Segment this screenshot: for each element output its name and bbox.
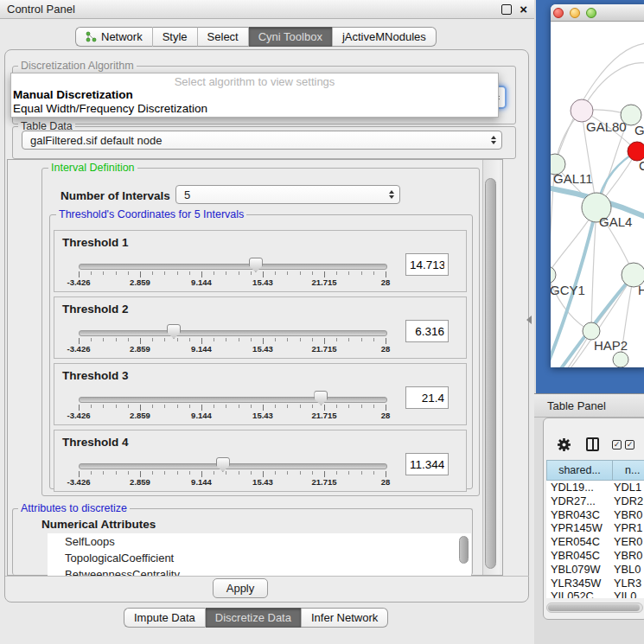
tick-label: 21.715 bbox=[298, 344, 350, 354]
horizontal-scrollbar-thumb[interactable] bbox=[548, 604, 640, 611]
slider-track[interactable] bbox=[79, 397, 387, 403]
table-row[interactable]: YIL052CYIL0 bbox=[546, 590, 644, 598]
combo-stepper-icon[interactable] bbox=[389, 190, 394, 199]
interval-definition-label: Interval Definition bbox=[48, 162, 137, 174]
attribute-list-item[interactable]: BetweennessCentrality bbox=[48, 566, 471, 576]
tick-label: 9.144 bbox=[175, 344, 227, 354]
network-canvas[interactable]: GAL80GCGAL11GAL4GCY1HHAP2 bbox=[551, 22, 644, 367]
table-row[interactable]: YDL19...YDL1 bbox=[546, 481, 644, 494]
tick-label: 15.43 bbox=[237, 411, 289, 420]
tick-label: 2.859 bbox=[114, 277, 166, 287]
close-traffic-light-icon[interactable] bbox=[553, 8, 564, 18]
table-data-value: galFiltered.sif default node bbox=[30, 134, 162, 147]
close-icon[interactable]: × bbox=[520, 5, 527, 14]
tab-label: jActiveMNodules bbox=[342, 30, 426, 43]
tab-style[interactable]: Style bbox=[153, 27, 198, 47]
node-label: HAP2 bbox=[594, 338, 628, 353]
numerical-attributes-header: Numerical Attributes bbox=[41, 518, 156, 531]
node-label: G bbox=[634, 123, 644, 137]
table-data-combobox[interactable]: galFiltered.sif default node bbox=[22, 131, 502, 150]
top-tabs: NetworkStyleSelectCyni ToolboxjActiveMNo… bbox=[75, 27, 437, 47]
slider-track[interactable] bbox=[79, 463, 387, 469]
slider-track[interactable] bbox=[79, 330, 387, 336]
apply-button[interactable]: Apply bbox=[213, 578, 268, 598]
num-intervals-combobox[interactable]: 5 bbox=[175, 185, 400, 204]
tab-discretize-data[interactable]: Discretize Data bbox=[206, 608, 302, 628]
cell-name: YER0 bbox=[611, 535, 644, 549]
tab-infer-network[interactable]: Infer Network bbox=[302, 608, 388, 628]
tick-label: 15.43 bbox=[237, 477, 289, 487]
cell-name: YBR0 bbox=[611, 508, 644, 522]
bottom-tabs: Impute DataDiscretize DataInfer Network bbox=[124, 608, 388, 628]
tick-label: 2.859 bbox=[114, 344, 166, 354]
tick-label: 9.144 bbox=[175, 477, 227, 487]
threshold-panel: Threshold 2 -3.4262.8599.14415.4321.7152… bbox=[54, 296, 467, 359]
tab-select[interactable]: Select bbox=[198, 27, 249, 47]
threshold-panel: Threshold 4 -3.4262.8599.14415.4321.7152… bbox=[54, 430, 467, 492]
table-row[interactable]: YBR045CYBR0 bbox=[546, 549, 644, 563]
attribute-list-item[interactable]: TopologicalCoefficient bbox=[48, 550, 471, 566]
dropdown-option-manual[interactable]: Manual Discretization bbox=[13, 88, 133, 101]
gear-icon[interactable] bbox=[557, 437, 571, 452]
threshold-label: Threshold 2 bbox=[62, 303, 129, 316]
threshold-value-field[interactable] bbox=[405, 253, 449, 276]
slider-thumb[interactable] bbox=[216, 457, 230, 472]
threshold-value-field[interactable] bbox=[405, 453, 449, 475]
network-view-frame: GAL80GCGAL11GAL4GCY1HHAP2 bbox=[536, 0, 644, 393]
minimize-traffic-light-icon[interactable] bbox=[570, 8, 580, 18]
slider-thumb[interactable] bbox=[167, 324, 181, 339]
table-row[interactable]: YDR27...YDR2 bbox=[546, 494, 644, 508]
zoom-traffic-light-icon[interactable] bbox=[586, 8, 596, 18]
network-node-gcy1[interactable] bbox=[551, 266, 556, 284]
slider-tick-labels: -3.4262.8599.14415.4321.71528 bbox=[79, 277, 386, 288]
table-row[interactable]: YPR145WYPR1 bbox=[546, 521, 644, 535]
tick-label: 9.144 bbox=[175, 411, 227, 420]
network-node-hap2[interactable] bbox=[583, 322, 600, 340]
tab-jactivemnodules[interactable]: jActiveMNodules bbox=[333, 27, 437, 47]
threshold-value-field[interactable] bbox=[405, 320, 449, 342]
threshold-value-field[interactable] bbox=[405, 386, 449, 409]
tab-network[interactable]: Network bbox=[75, 27, 153, 47]
table-row[interactable]: YBL079WYBL0 bbox=[546, 563, 644, 577]
slider-thumb[interactable] bbox=[314, 391, 328, 405]
tab-impute-data[interactable]: Impute Data bbox=[124, 608, 206, 628]
checkbox-icon[interactable]: ✓ bbox=[625, 440, 634, 450]
tab-label: Style bbox=[163, 30, 188, 43]
tab-label: Network bbox=[101, 30, 143, 43]
table-row[interactable]: YER054CYER0 bbox=[546, 535, 644, 549]
slider-track[interactable] bbox=[79, 264, 387, 270]
attribute-list-item[interactable]: SelfLoops bbox=[48, 533, 471, 550]
table-header: shared... n... bbox=[546, 460, 644, 481]
cell-shared-name: YDR27... bbox=[546, 494, 611, 508]
slider-thumb[interactable] bbox=[249, 258, 263, 272]
network-window-titlebar bbox=[551, 4, 644, 22]
columns-icon[interactable] bbox=[586, 437, 599, 451]
dropdown-option-equal-width[interactable]: Equal Width/Frequency Discretization bbox=[13, 102, 207, 115]
tick-label: -3.426 bbox=[53, 411, 105, 420]
num-intervals-value: 5 bbox=[184, 188, 190, 201]
panel-title: Control Panel bbox=[7, 3, 75, 16]
table-rows[interactable]: YDL19...YDL1YDR27...YDR2YBR043CYBR0YPR14… bbox=[546, 481, 644, 598]
table-row[interactable]: YBR043CYBR0 bbox=[546, 508, 644, 522]
numerical-attributes-list[interactable]: SelfLoopsTopologicalCoefficientBetweenne… bbox=[48, 533, 471, 576]
float-window-icon[interactable] bbox=[501, 4, 512, 15]
checkbox-icon[interactable]: ✓ bbox=[612, 440, 622, 450]
vertical-scrollbar-thumb[interactable] bbox=[485, 178, 496, 569]
network-node[interactable] bbox=[613, 352, 628, 367]
slider-tick-labels: -3.4262.8599.14415.4321.71528 bbox=[79, 411, 386, 421]
attributes-group-label: Attributes to discretize bbox=[18, 502, 130, 514]
tick-label: 28 bbox=[360, 411, 411, 420]
column-header-shared-name[interactable]: shared... bbox=[546, 460, 613, 481]
slider-tick-labels: -3.4262.8599.14415.4321.71528 bbox=[79, 477, 386, 488]
cell-name: YDR2 bbox=[611, 494, 644, 508]
table-row[interactable]: YLR345WYLR3 bbox=[546, 577, 644, 590]
tab-cyni-toolbox[interactable]: Cyni Toolbox bbox=[249, 27, 333, 47]
dropdown-placeholder: Select algorithm to view settings bbox=[11, 75, 498, 88]
list-scrollbar-thumb[interactable] bbox=[459, 536, 469, 564]
tick-label: 21.715 bbox=[298, 477, 350, 487]
node-label: GCY1 bbox=[551, 283, 585, 297]
combo-stepper-icon[interactable] bbox=[491, 136, 496, 144]
column-header-name[interactable]: n... bbox=[613, 460, 644, 481]
splitter-collapse-icon[interactable] bbox=[526, 316, 532, 324]
network-nodes[interactable] bbox=[551, 99, 644, 367]
